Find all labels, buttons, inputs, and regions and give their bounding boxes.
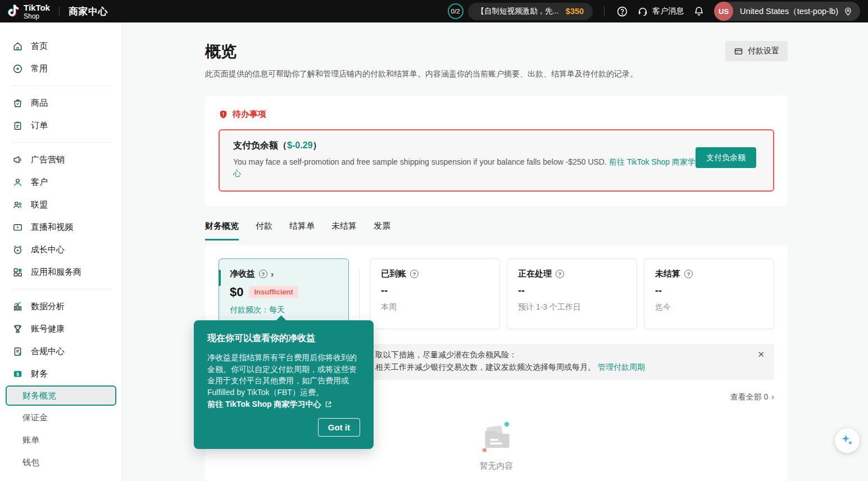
alert-badge-icon (219, 110, 228, 119)
todo-heading: 待办事项 (233, 109, 266, 120)
sidebar-item-label: 广告营销 (31, 155, 65, 165)
region-selector[interactable]: US United States（test-pop-lb) (714, 2, 860, 21)
promo-banner[interactable]: 【自制短视频激励，先... $350 (468, 3, 593, 20)
bag-icon (12, 98, 23, 108)
tab-unsettled[interactable]: 未结算 (331, 221, 357, 240)
affiliate-icon (12, 199, 23, 210)
logo-text-primary: TikTok (24, 3, 50, 12)
trophy-icon (12, 324, 23, 334)
page-title: 概览 (205, 41, 788, 62)
todo-section: 待办事项 支付负余额（$-0.29） You may face a self-p… (205, 96, 788, 206)
finance-tabs: 财务概览 付款 结算单 未结算 发票 (205, 221, 788, 240)
help-circle-icon[interactable]: ? (259, 270, 267, 278)
sidebar-item-label: 财务 (31, 369, 48, 379)
sidebar-item-growth-center[interactable]: 成长中心 (0, 238, 122, 261)
notice-line1: 取以下措施，尽量减少潜在负余额风险： (375, 350, 517, 360)
sidebar-item-account-health[interactable]: 账号健康 (0, 317, 122, 340)
region-avatar: US (714, 2, 733, 21)
app-title: 商家中心 (69, 5, 108, 18)
growth-icon (12, 244, 23, 255)
sidebar-subitem-deposit[interactable]: 保证金 (0, 406, 122, 429)
sidebar-item-label: 订单 (31, 120, 48, 131)
sidebar-item-apps-services[interactable]: 应用和服务商 (0, 261, 122, 283)
sidebar-item-label: 应用和服务商 (31, 267, 81, 278)
sidebar-item-live-video[interactable]: 直播和视频 (0, 216, 122, 238)
chevron-right-icon: › (771, 392, 774, 401)
help-circle-icon[interactable]: ? (556, 270, 564, 278)
card-icon (734, 47, 743, 56)
sidebar-divider (11, 142, 111, 143)
task-progress-badge[interactable]: 0/2 (448, 3, 463, 19)
sidebar-item-orders[interactable]: 订单 (0, 114, 122, 137)
sidebar-item-label: 首页 (31, 41, 48, 52)
notifications-bell-icon[interactable] (693, 5, 705, 17)
empty-state-text: 暂无内容 (480, 461, 513, 471)
sidebar-item-label: 客户 (31, 177, 48, 188)
tiktok-shop-logo[interactable]: TikTok Shop (7, 3, 50, 20)
sidebar-item-products[interactable]: 商品 (0, 92, 122, 114)
unsettled-card: 未结算 ? -- 迄今 (644, 258, 774, 329)
customers-icon (12, 177, 23, 188)
tab-finance-overview[interactable]: 财务概览 (205, 221, 239, 240)
card-title: 净收益 (230, 269, 255, 279)
tab-payments[interactable]: 付款 (256, 221, 272, 240)
tab-invoices[interactable]: 发票 (374, 221, 390, 240)
sidebar-subitem-bills[interactable]: 账单 (0, 429, 122, 451)
svg-text:$: $ (16, 371, 19, 376)
sidebar-item-finance[interactable]: $ 财务 (0, 362, 122, 385)
close-icon[interactable]: ✕ (757, 350, 765, 360)
home-icon (12, 41, 23, 52)
card-value: -- (518, 285, 525, 297)
tab-statements[interactable]: 结算单 (289, 221, 315, 240)
sidebar: 首页 常用 商品 订单 广告营销 客户 联盟 (0, 22, 122, 481)
notice-line2: 相关工作并减少银行交易次数，建议发款频次选择每周或每月。 管理付款周期 (375, 362, 645, 373)
sidebar-item-label: 成长中心 (31, 244, 65, 255)
finance-icon: $ (12, 369, 23, 379)
help-icon[interactable] (616, 5, 628, 17)
card-value: $0 (230, 285, 243, 300)
tooltip-academy-link[interactable]: 前往 TikTok Shop 商家学习中心 (207, 400, 360, 410)
sidebar-subitem-wallet[interactable]: 钱包 (0, 451, 122, 474)
sidebar-item-label: 账号健康 (31, 324, 65, 334)
header-divider (59, 7, 60, 16)
sidebar-item-label: 数据分析 (31, 301, 65, 312)
sparkles-icon (840, 433, 855, 448)
sidebar-item-marketing[interactable]: 广告营销 (0, 148, 122, 171)
logo-text-secondary: Shop (24, 13, 50, 20)
clipboard-icon (12, 120, 23, 131)
promo-amount: $350 (566, 7, 584, 16)
top-header: TikTok Shop 商家中心 0/2 【自制短视频激励，先... $350 … (0, 0, 868, 22)
star-circle-icon (12, 63, 23, 74)
help-circle-icon[interactable]: ? (684, 270, 693, 278)
tooltip-body: 净收益是指结算所有平台费用后你将收到的金额。你可以自定义付款周期，或将这些资金用… (207, 352, 360, 398)
insufficient-badge: Insufficient (249, 286, 298, 298)
sidebar-item-compliance[interactable]: 合规中心 (0, 340, 122, 362)
manage-payment-cycle-link[interactable]: 管理付款周期 (598, 362, 645, 371)
sidebar-subitem-finance-overview[interactable]: 财务概览 (6, 385, 116, 406)
megaphone-icon (12, 155, 23, 165)
sidebar-item-affiliate[interactable]: 联盟 (0, 193, 122, 216)
sidebar-item-customers[interactable]: 客户 (0, 171, 122, 193)
sidebar-item-frequent[interactable]: 常用 (0, 57, 122, 80)
help-circle-icon[interactable]: ? (410, 270, 419, 278)
card-footnote: 付款频次：每天 (230, 305, 338, 315)
sidebar-item-label: 合规中心 (31, 346, 65, 357)
pay-negative-balance-button[interactable]: 支付负余额 (696, 147, 756, 168)
apps-grid-icon (12, 267, 23, 278)
payment-settings-button[interactable]: 付款设置 (725, 41, 788, 61)
sidebar-item-home[interactable]: 首页 (0, 35, 122, 57)
tiktok-note-icon (7, 3, 21, 19)
customer-messages-button[interactable]: 客户消息 (637, 6, 684, 17)
headset-icon (637, 6, 648, 17)
sidebar-item-analytics[interactable]: 数据分析 (0, 295, 122, 317)
sidebar-divider (11, 289, 111, 289)
sidebar-item-label: 常用 (31, 63, 48, 74)
cards-divider (349, 258, 370, 329)
tooltip-title: 现在你可以查看你的净收益 (207, 333, 360, 344)
header-vertical-divider (604, 6, 605, 16)
chevron-right-icon[interactable]: › (271, 269, 274, 279)
sidebar-item-label: 联盟 (31, 199, 48, 210)
external-link-icon (325, 401, 332, 408)
got-it-button[interactable]: Got it (318, 418, 360, 437)
ai-assistant-fab[interactable] (835, 428, 860, 453)
